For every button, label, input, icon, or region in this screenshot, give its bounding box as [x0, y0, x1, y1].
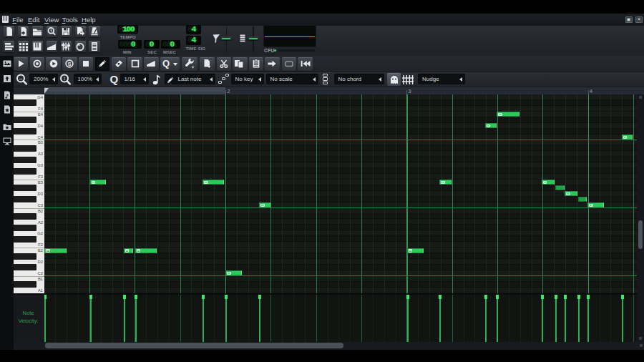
svg-text:↔: ↔ — [18, 75, 24, 82]
svg-text:↕: ↕ — [63, 75, 66, 82]
svg-text:Q: Q — [109, 73, 118, 85]
svg-text:S: S — [68, 61, 72, 67]
